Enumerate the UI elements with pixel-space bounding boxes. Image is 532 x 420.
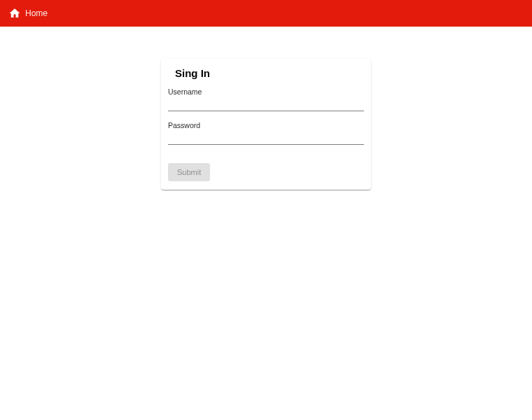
password-input[interactable]: [168, 130, 364, 145]
main-content: Sing In Username Password Submit: [0, 27, 532, 190]
username-label: Username: [168, 88, 364, 96]
username-input[interactable]: [168, 97, 364, 111]
home-link[interactable]: Home: [8, 7, 48, 20]
signin-card: Sing In Username Password Submit: [161, 59, 371, 190]
password-field: Password: [168, 121, 364, 145]
password-label: Password: [168, 121, 364, 130]
home-icon: [8, 7, 21, 20]
card-title: Sing In: [168, 67, 364, 88]
submit-button[interactable]: Submit: [168, 163, 210, 181]
form-actions: Submit: [168, 155, 364, 181]
home-label: Home: [25, 8, 48, 18]
app-header: Home: [0, 0, 532, 27]
username-field: Username: [168, 88, 364, 111]
